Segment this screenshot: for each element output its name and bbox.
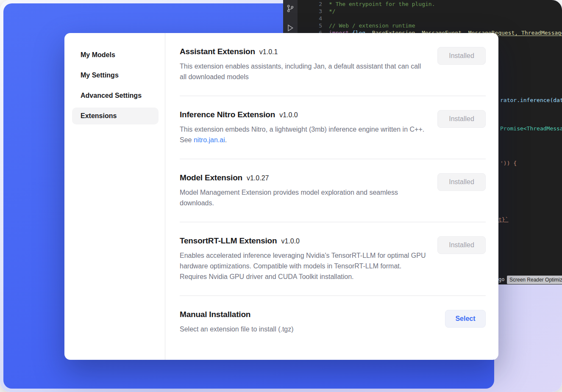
extension-description: Enables accelerated inference leveraging… xyxy=(180,250,427,282)
description-text: . xyxy=(225,136,227,144)
settings-modal: My Models My Settings Advanced Settings … xyxy=(64,33,498,360)
extension-title-line: Assistant Extension v1.0.1 xyxy=(180,47,427,56)
sidebar-item-extensions[interactable]: Extensions xyxy=(72,108,159,124)
extension-row-assistant: Assistant Extension v1.0.1 This extensio… xyxy=(180,33,486,96)
extension-title: Inference Nitro Extension xyxy=(180,110,275,119)
code-text: */ xyxy=(329,8,336,14)
code-line: 4 xyxy=(298,15,562,22)
installed-button[interactable]: Installed xyxy=(437,173,486,191)
code-text: * The entrypoint for the plugin. xyxy=(329,1,435,7)
line-number: 2 xyxy=(298,0,329,8)
code-fragment: t}` xyxy=(498,216,508,223)
line-number: 3 xyxy=(298,8,329,15)
line-number: 5 xyxy=(298,22,329,29)
extension-description: Select an extension file to install (.tg… xyxy=(180,324,294,334)
extension-info: Model Extension v1.0.27 Model Management… xyxy=(180,173,427,208)
extension-info: TensortRT-LLM Extension v1.0.0 Enables a… xyxy=(180,236,427,282)
installed-button[interactable]: Installed xyxy=(437,110,486,128)
extension-version: v1.0.0 xyxy=(281,237,300,245)
code-line: 2* The entrypoint for the plugin. xyxy=(298,0,562,8)
sidebar-item-my-models[interactable]: My Models xyxy=(72,47,159,63)
extension-version: v1.0.27 xyxy=(247,174,269,182)
extension-info: Manual Installation Select an extension … xyxy=(180,310,294,334)
extension-description: Model Management Extension provides mode… xyxy=(180,187,427,208)
extension-version: v1.0.0 xyxy=(279,111,298,119)
nitro-jan-ai-link[interactable]: nitro.jan.ai xyxy=(194,136,225,144)
extension-title: Manual Installation xyxy=(180,310,250,319)
extension-title: Assistant Extension xyxy=(180,47,255,56)
extension-description: This extension embeds Nitro, a lightweig… xyxy=(180,124,427,145)
extension-title-line: Inference Nitro Extension v1.0.0 xyxy=(180,110,427,119)
status-bar-text: go xyxy=(498,276,504,282)
extension-row-inference-nitro: Inference Nitro Extension v1.0.0 This ex… xyxy=(180,96,486,159)
extension-row-manual-installation: Manual Installation Select an extension … xyxy=(180,296,486,348)
line-number: 4 xyxy=(298,15,329,22)
extension-title-line: TensortRT-LLM Extension v1.0.0 xyxy=(180,236,427,246)
select-button[interactable]: Select xyxy=(445,310,486,328)
sidebar-item-advanced-settings[interactable]: Advanced Settings xyxy=(72,87,159,104)
extension-title-line: Manual Installation xyxy=(180,310,294,319)
screenshot-canvas: 2* The entrypoint for the plugin. 3*/ 4 … xyxy=(0,0,562,392)
extension-row-tensorrt-llm: TensortRT-LLM Extension v1.0.0 Enables a… xyxy=(180,222,486,295)
code-line: 3*/ xyxy=(298,8,562,15)
code-fragment: ')) { xyxy=(500,160,517,166)
extension-info: Inference Nitro Extension v1.0.0 This ex… xyxy=(180,110,427,145)
extension-version: v1.0.1 xyxy=(259,48,278,56)
extension-title-line: Model Extension v1.0.27 xyxy=(180,173,427,182)
extension-title: TensortRT-LLM Extension xyxy=(180,236,277,246)
extensions-content: Assistant Extension v1.0.1 This extensio… xyxy=(165,33,498,360)
screen-reader-badge: Screen Reader Optimize xyxy=(507,276,562,284)
settings-sidebar: My Models My Settings Advanced Settings … xyxy=(64,33,165,360)
code-fragment: rator.inference(data)); xyxy=(500,97,562,103)
installed-button[interactable]: Installed xyxy=(437,236,486,254)
code-line: 5// Web / extension runtime xyxy=(298,22,562,29)
extension-description: This extension enables assistants, inclu… xyxy=(180,61,427,82)
sidebar-item-my-settings[interactable]: My Settings xyxy=(72,67,159,84)
editor-code-lines: 2* The entrypoint for the plugin. 3*/ 4 … xyxy=(298,0,562,36)
code-text: // Web / extension runtime xyxy=(329,22,415,29)
installed-button[interactable]: Installed xyxy=(437,47,486,65)
extension-info: Assistant Extension v1.0.1 This extensio… xyxy=(180,47,427,82)
code-fragment: Promise<ThreadMessage> xyxy=(500,125,562,132)
extension-title: Model Extension xyxy=(180,173,242,182)
source-control-icon[interactable] xyxy=(286,4,295,13)
run-debug-icon[interactable] xyxy=(286,24,295,32)
extension-row-model: Model Extension v1.0.27 Model Management… xyxy=(180,159,486,222)
